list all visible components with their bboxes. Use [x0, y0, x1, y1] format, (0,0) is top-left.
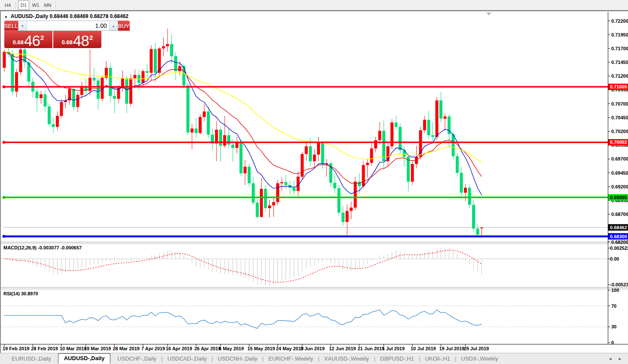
volume-increase-button[interactable]: ▲ [109, 21, 118, 30]
candle-body [358, 182, 361, 186]
candle-body [215, 130, 218, 143]
chart-tab-eurchf-weekly[interactable]: EURCHF-,Weekly [264, 355, 318, 362]
chart-tab-usdcad-daily[interactable]: USDCAD-,Daily [163, 355, 212, 362]
chart-tab-ukoil-h1[interactable]: UKOil-,H1 [420, 355, 455, 362]
candle-body [439, 100, 442, 118]
candle-body [444, 116, 447, 118]
candle-body [40, 94, 43, 98]
sell-price-display[interactable]: 0.68 46 2 [4, 31, 52, 48]
candle-body [23, 49, 26, 62]
time-axis-tick-label: 16 Apr 2019 [166, 346, 192, 351]
time-axis-tick-label: 7 Apr 2019 [141, 346, 165, 351]
candle-body [460, 173, 463, 193]
candle-body [183, 66, 186, 85]
price-axis-tick-label: 0.68200 [611, 240, 628, 245]
candle-body [338, 188, 341, 213]
candle-body [293, 188, 296, 191]
candle-body [468, 188, 471, 205]
candle-body [378, 131, 381, 140]
chart-title: ▲ AUDUSD-,Daily 0.68446 0.68469 0.68278 … [4, 13, 128, 19]
toolbar-separator [55, 1, 56, 9]
buy-price-display[interactable]: 0.68 48 2 [53, 31, 101, 48]
candle-body [72, 89, 75, 107]
chart-tab-usdx-weekly[interactable]: USDX-,Weekly [456, 355, 503, 362]
candle-body [350, 208, 353, 211]
time-axis-tick-label: 10 Jul 2019 [411, 346, 436, 351]
sell-button[interactable]: SELL [4, 21, 18, 31]
level-price-tag-label: 0.69005 [610, 195, 627, 200]
volume-decrease-button[interactable]: ▼ [18, 21, 27, 30]
time-axis-tick-label: 15 May 2019 [247, 346, 275, 351]
volume-input[interactable] [27, 21, 109, 30]
level-handle[interactable] [3, 141, 5, 143]
buy-price-prefix: 0.68 [62, 39, 73, 46]
chart-window: 0.722000.719500.717000.714500.712000.709… [0, 10, 628, 353]
chart-tab-audusd-daily[interactable]: AUDUSD-,Daily [58, 353, 111, 364]
collapse-triangle-icon[interactable]: ▲ [4, 15, 8, 18]
rsi-pane [1, 306, 608, 328]
candle-body [109, 68, 112, 96]
candle-body [341, 212, 344, 222]
candle-body [346, 211, 349, 222]
price-axis-tick-label: 0.70200 [611, 129, 628, 134]
chart-shift-marker-icon[interactable] [486, 12, 491, 15]
chart-tab-usdcnh-daily[interactable]: USDCNH-,Daily [213, 355, 262, 362]
candle-body [252, 183, 255, 203]
tab-scroll-right-arrow[interactable]: ► [618, 357, 622, 361]
price-chart-canvas[interactable]: 0.722000.719500.717000.714500.712000.709… [1, 11, 628, 353]
pane-splitter[interactable] [1, 288, 628, 289]
chart-symbol-label: AUDUSD-,Daily [11, 13, 48, 19]
price-axis-tick-label: 0.69700 [611, 156, 628, 161]
timeframe-d1-button[interactable]: D1 [18, 0, 29, 10]
one-click-trade-panel: SELL ▼ ▲ BUY 0.68 46 2 0.68 48 2 [4, 21, 101, 48]
candle-body [199, 117, 202, 133]
chart-tab-usdchf-daily[interactable]: USDCHF-,Daily [113, 355, 161, 362]
chart-tab-gbpusd-h1[interactable]: GBPUSD-,H1 [375, 355, 419, 362]
candle-body [362, 165, 365, 186]
candle-body [382, 131, 385, 161]
candle-body [76, 95, 79, 107]
candle-body [150, 49, 153, 73]
timeframe-w1-button[interactable]: W1 [30, 0, 41, 10]
candle-body [476, 229, 479, 235]
candle-body [309, 146, 312, 161]
time-axis-tick-label: 19 Jul 2019 [439, 346, 465, 351]
candle-body [60, 102, 63, 116]
chart-tab-xauusd-weekly[interactable]: XAUUSD-,Weekly [320, 355, 374, 362]
pane-splitter[interactable] [1, 243, 628, 244]
candle-body [423, 120, 426, 130]
tab-scroll-left-arrow[interactable]: ◄ [608, 357, 612, 361]
macd-indicator-label: MACD(12,26,9) -0.003077 -0.000657 [3, 245, 82, 250]
candle-body [240, 143, 243, 173]
candle-body [195, 129, 198, 133]
rsi-axis-tick-label: 70 [611, 303, 616, 309]
buy-price-big: 48 [73, 34, 89, 48]
macd-signal-line [4, 250, 482, 282]
tab-scroll-controls: ◄ ► [608, 357, 622, 361]
rsi-axis-tick-label: 100 [611, 288, 619, 293]
candle-body [142, 71, 145, 83]
level-price-tag-label: 0.71005 [610, 84, 627, 89]
chart-tab-eurusd-daily[interactable]: EURUSD-,Daily [7, 355, 56, 362]
time-axis-tick-label: 29 Jul 2019 [464, 346, 489, 351]
candle-body [129, 78, 132, 103]
candle-body [232, 145, 235, 148]
timeframe-mn-button[interactable]: MN [42, 0, 53, 10]
candle-body [276, 183, 279, 202]
rsi-indicator-label: RSI(14) 30.8970 [3, 291, 38, 296]
ma-slow-line [4, 52, 482, 162]
sell-price-prefix: 0.68 [13, 39, 24, 46]
buy-button[interactable]: BUY [118, 21, 130, 31]
candle-body [178, 66, 181, 71]
level-handle[interactable] [3, 235, 5, 238]
candle-body [395, 122, 398, 127]
candle-body [3, 52, 6, 68]
candle-body [19, 49, 22, 72]
sell-price-pip: 2 [40, 34, 44, 41]
level-handle[interactable] [3, 85, 5, 88]
timeframe-h4-button[interactable]: H4 [2, 0, 13, 10]
time-axis-tick-label: 6 May 2019 [219, 346, 244, 351]
level-handle[interactable] [3, 196, 5, 199]
candle-body [313, 155, 316, 161]
toolbar-separator [15, 1, 16, 9]
